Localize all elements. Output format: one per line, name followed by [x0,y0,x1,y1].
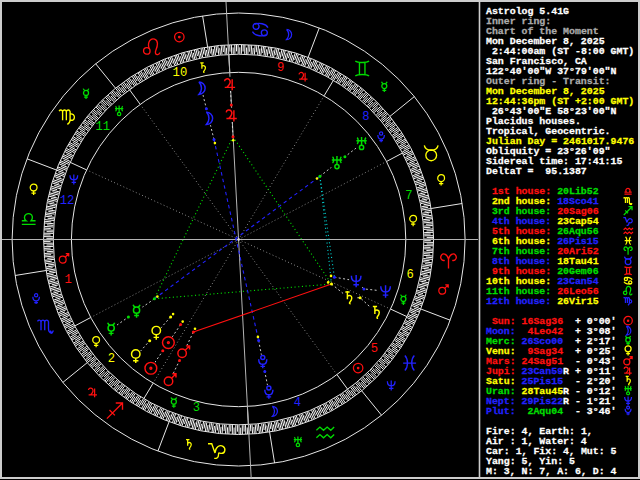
svg-text:7: 7 [405,189,412,203]
svg-text:26Vir15: 26Vir15 [557,296,599,307]
svg-text:DeltaT = 95.1387: DeltaT = 95.1387 [486,166,587,177]
svg-text:2Aqu04: 2Aqu04 [522,406,564,417]
svg-text:R: R [563,366,569,377]
svg-text:2: 2 [108,352,115,366]
svg-text:5: 5 [371,342,378,356]
svg-text:8: 8 [362,110,369,124]
svg-text:12th house:: 12th house: [486,296,551,307]
svg-text:4: 4 [294,396,301,410]
svg-text:- 3°46': - 3°46' [575,406,617,417]
svg-text:3: 3 [193,401,200,415]
svg-text:6: 6 [406,268,413,282]
svg-text:10: 10 [173,66,188,80]
svg-text:R: R [563,396,569,407]
svg-text:9: 9 [277,61,284,75]
svg-text:11: 11 [95,120,110,134]
svg-text:12: 12 [60,194,75,208]
svg-text:1: 1 [65,273,72,287]
svg-text:M: 3, N: 7, A: 6, D: 4: M: 3, N: 7, A: 6, D: 4 [486,466,617,477]
svg-text:Plut:: Plut: [486,406,516,417]
